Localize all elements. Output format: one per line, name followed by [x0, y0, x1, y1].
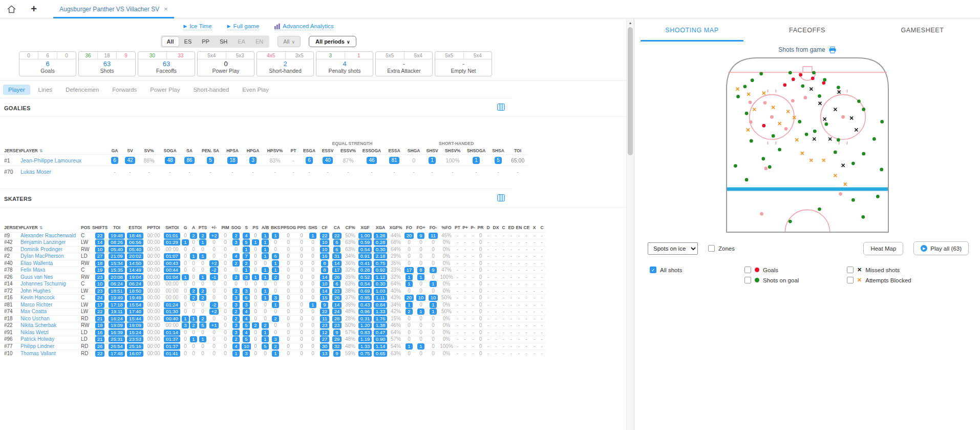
scroll-up-icon[interactable]: ▲ — [627, 19, 634, 27]
shots-on-goal-marker[interactable] — [759, 72, 763, 75]
legend-checkbox-attempts-blocked[interactable]: ✕Attempts Blocked — [847, 277, 969, 283]
player-name-link[interactable]: Jean-Philippe Lamoureux — [20, 155, 108, 166]
player-name-link[interactable]: Dominik Prodinger — [20, 246, 81, 253]
shots-on-goal-marker[interactable] — [750, 78, 754, 82]
pink-dots-marker[interactable] — [803, 96, 807, 99]
column-header-player[interactable]: PLAYER⇅ — [20, 147, 108, 155]
strength-segment-all[interactable]: All — [162, 37, 179, 46]
strength-segment-en[interactable]: EN — [251, 37, 268, 46]
shots-on-goal-marker[interactable] — [876, 195, 879, 198]
view-tab-lines[interactable]: Lines — [33, 85, 58, 95]
shots-on-goal-marker[interactable] — [833, 151, 837, 154]
home-button[interactable] — [0, 0, 23, 18]
sort-icon[interactable]: ⇅ — [39, 226, 43, 230]
shots-on-goal-marker[interactable] — [743, 85, 747, 88]
tab-gamesheet[interactable]: GAMESHEET — [865, 19, 980, 42]
player-name-link[interactable]: Benjamin Lanzinger — [20, 239, 81, 247]
link-advanced-analytics[interactable]: Advanced Analytics — [274, 23, 334, 30]
player-name-link[interactable]: Nikita Scherbak — [20, 322, 81, 330]
print-icon[interactable] — [829, 47, 836, 53]
shots-on-goal-marker[interactable] — [761, 157, 765, 160]
shots-on-goal-marker[interactable] — [880, 168, 883, 171]
link-ice-time[interactable]: ▶ Ice Time — [183, 23, 211, 30]
goals-marker[interactable] — [762, 124, 765, 128]
view-tab-defencemen[interactable]: Defencemen — [60, 85, 104, 95]
zones-checkbox[interactable]: Zones — [708, 245, 735, 252]
goals-marker[interactable] — [822, 81, 825, 85]
shots-on-goal-marker[interactable] — [744, 178, 748, 181]
shots-on-goal-marker[interactable] — [862, 108, 865, 111]
player-name-link[interactable]: Lukas Moser — [20, 166, 108, 177]
legend-checkbox-missed-shots[interactable]: ✕Missed shots — [847, 267, 969, 273]
tab-shooting-map[interactable]: SHOOTING MAP — [634, 19, 750, 42]
pink-dots-marker[interactable] — [748, 100, 752, 104]
shots-on-goal-marker[interactable] — [837, 86, 840, 89]
view-tab-even-play[interactable]: Even Play — [237, 85, 274, 95]
player-name-link[interactable]: Patrick Holway — [20, 336, 81, 343]
shots-on-goal-marker[interactable] — [851, 161, 855, 165]
player-name-link[interactable]: Max Coatta — [20, 309, 81, 316]
pink-dots-marker[interactable] — [760, 212, 763, 216]
shots-on-goal-marker[interactable] — [837, 138, 840, 142]
table-columns-icon[interactable] — [497, 194, 505, 203]
legend-checkbox-goals[interactable]: Goals — [744, 267, 847, 273]
player-name-link[interactable]: Philipp Lindner — [20, 343, 81, 350]
pink-dots-marker[interactable] — [749, 120, 752, 124]
shots-on-goal-marker[interactable] — [872, 137, 876, 141]
column-header-player[interactable]: PLAYER⇅ — [20, 223, 81, 233]
player-name-link[interactable]: Johannes Tschurnig — [20, 281, 81, 288]
view-tab-power-play[interactable]: Power Play — [145, 85, 185, 95]
shots-on-goal-marker[interactable] — [744, 112, 748, 115]
pink-dots-marker[interactable] — [764, 167, 768, 170]
player-name-link[interactable]: Niklas Wetzl — [20, 329, 81, 336]
player-name-link[interactable]: Marco Richter — [20, 301, 81, 309]
shots-on-goal-marker[interactable] — [824, 122, 828, 126]
pink-dots-marker[interactable] — [763, 101, 766, 105]
pink-dots-marker[interactable] — [839, 192, 842, 196]
shots-on-goal-marker[interactable] — [768, 165, 771, 169]
shots-on-goal-marker[interactable] — [801, 84, 804, 88]
player-name-link[interactable]: Guus van Nes — [20, 274, 81, 281]
spots-select[interactable]: Spots on ice — [648, 242, 698, 255]
shots-on-goal-marker[interactable] — [798, 120, 801, 124]
tab-faceoffs[interactable]: FACEOFFS — [750, 19, 865, 42]
play-all-button[interactable]: ▶ Play all (63) — [913, 241, 969, 255]
sort-icon[interactable]: ⇅ — [39, 149, 43, 153]
goals-marker[interactable] — [799, 73, 802, 77]
shots-on-goal-marker[interactable] — [862, 152, 865, 156]
view-tab-forwards[interactable]: Forwards — [107, 85, 142, 95]
shots-on-goal-marker[interactable] — [804, 133, 808, 136]
shots-on-goal-marker[interactable] — [778, 148, 781, 151]
shots-on-goal-marker[interactable] — [880, 120, 884, 124]
link-full-game[interactable]: ▶ Full game — [227, 23, 259, 30]
all-shots-checkbox[interactable]: ✓ All shots — [650, 267, 744, 273]
shots-on-goal-marker[interactable] — [788, 220, 792, 223]
player-name-link[interactable]: John Hughes — [20, 288, 81, 295]
player-name-link[interactable]: Felix Maxa — [20, 267, 81, 274]
legend-checkbox-shots-on-goal[interactable]: Shots on goal — [744, 277, 847, 283]
active-tab[interactable]: Augsburger Panther VS Villacher SV × — [53, 0, 174, 18]
shots-on-goal-marker[interactable] — [813, 130, 816, 133]
strength-segment-pp[interactable]: PP — [197, 37, 214, 46]
shots-on-goal-marker[interactable] — [818, 208, 821, 211]
scrollbar-thumb[interactable] — [628, 27, 633, 155]
strength-segment-ea[interactable]: EA — [233, 37, 250, 46]
view-tab-short-handed[interactable]: Short-handed — [188, 85, 234, 95]
shots-on-goal-marker[interactable] — [818, 94, 821, 98]
shots-on-goal-marker[interactable] — [734, 164, 737, 168]
goals-marker[interactable] — [811, 77, 814, 80]
strength-dropdown[interactable]: All∨ — [278, 36, 301, 47]
close-tab-icon[interactable]: × — [164, 5, 168, 13]
table-columns-icon[interactable] — [497, 104, 505, 113]
pink-dots-marker[interactable] — [784, 127, 787, 131]
vertical-scrollbar[interactable]: ▲ — [626, 19, 634, 430]
new-tab-button[interactable]: + — [23, 0, 45, 18]
shots-on-goal-marker[interactable] — [823, 78, 826, 81]
shots-on-goal-marker[interactable] — [771, 134, 775, 138]
player-name-link[interactable]: Elias Wallenta — [20, 260, 81, 267]
shots-on-goal-marker[interactable] — [861, 215, 865, 219]
player-name-link[interactable]: Alexander Rauchenwald — [20, 232, 81, 239]
shots-on-goal-marker[interactable] — [812, 71, 816, 74]
strength-segment-es[interactable]: ES — [180, 37, 197, 46]
shots-on-goal-marker[interactable] — [749, 139, 753, 143]
